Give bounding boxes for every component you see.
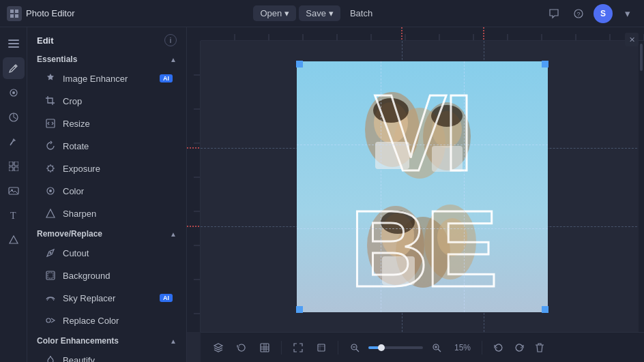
rotate-icon xyxy=(44,139,57,153)
svg-rect-0 xyxy=(10,10,14,13)
scrollbar-thumb[interactable] xyxy=(640,44,643,71)
section-color-enhancements-header[interactable]: Color Enhancements ▲ xyxy=(27,332,186,348)
zoom-out-button[interactable] xyxy=(345,338,364,357)
background-item[interactable]: Background xyxy=(31,265,182,286)
panel-title: Edit xyxy=(37,35,54,46)
sidebar-photo-btn[interactable] xyxy=(3,180,25,202)
canvas-container[interactable]: VI BE VI BE xyxy=(201,41,644,332)
redo-button[interactable] xyxy=(510,338,529,357)
replace-color-icon xyxy=(44,314,57,327)
sidebar-text-btn[interactable]: T xyxy=(3,205,25,226)
sharpen-icon xyxy=(44,207,57,220)
exposure-icon xyxy=(44,162,57,175)
grid-toggle-button[interactable] xyxy=(255,338,274,357)
crop-handle-tr[interactable] xyxy=(542,61,548,67)
crop-handle-bl[interactable] xyxy=(296,306,303,313)
panel-scroll[interactable]: Essentials ▲ Image Enhancer AI Crop xyxy=(27,50,186,362)
toolbar-divider-2 xyxy=(338,341,338,355)
help-button[interactable]: ? xyxy=(569,4,588,23)
svg-point-25 xyxy=(46,318,50,322)
sky-replacer-label: Sky Replacer xyxy=(63,293,154,303)
replace-color-item[interactable]: Replace Color xyxy=(31,310,182,331)
ruler-corner xyxy=(187,27,201,41)
svg-rect-1 xyxy=(15,10,18,13)
sidebar-color-btn[interactable] xyxy=(3,106,25,128)
sidebar-draw-btn[interactable] xyxy=(3,131,25,153)
sidebar-shape-btn[interactable] xyxy=(3,229,25,251)
batch-button[interactable]: Batch xyxy=(343,5,379,21)
save-chevron: ▾ xyxy=(329,8,334,18)
canvas-image[interactable]: VI BE VI BE xyxy=(297,61,548,312)
beautify-icon xyxy=(44,353,57,362)
ruler-vertical xyxy=(187,41,201,332)
exposure-item[interactable]: Exposure xyxy=(31,157,182,179)
sharpen-label: Sharpen xyxy=(63,209,173,219)
rotate-item[interactable]: Rotate xyxy=(31,135,182,157)
comment-button[interactable] xyxy=(544,4,564,23)
section-remove-header[interactable]: Remove/Replace ▲ xyxy=(27,225,186,241)
beautify-item[interactable]: Beautify xyxy=(31,349,182,362)
sky-replacer-item[interactable]: Sky Replacer AI xyxy=(31,287,182,309)
canvas-image-wrapper: VI BE VI BE xyxy=(297,61,548,312)
layers-button[interactable] xyxy=(209,338,228,357)
svg-rect-13 xyxy=(9,167,13,171)
sidebar-edit-btn[interactable] xyxy=(3,57,25,79)
save-label: Save xyxy=(306,8,326,18)
crop-icon xyxy=(44,94,57,108)
background-label: Background xyxy=(63,271,173,281)
sidebar-menu-btn[interactable] xyxy=(3,33,25,55)
svg-rect-6 xyxy=(8,40,19,41)
canvas-close-button[interactable]: ✕ xyxy=(625,33,639,46)
topbar: Photo Editor Open ▾ Save ▾ Batch ? S xyxy=(0,0,644,27)
more-button[interactable]: ▾ xyxy=(618,4,637,23)
resize-item[interactable]: Resize xyxy=(31,112,182,134)
edit-panel: Edit i Essentials ▲ Image Enhancer AI Cr… xyxy=(27,27,187,362)
image-enhancer-item[interactable]: Image Enhancer AI xyxy=(31,67,182,89)
color-item[interactable]: Color xyxy=(31,180,182,202)
section-remove-label: Remove/Replace xyxy=(37,229,102,239)
svg-rect-3 xyxy=(15,14,18,18)
svg-rect-7 xyxy=(8,43,19,44)
rotate-label: Rotate xyxy=(63,141,173,151)
color-label: Color xyxy=(63,186,173,196)
sidebar-preview-btn[interactable] xyxy=(3,82,25,104)
toolbar-divider-1 xyxy=(281,341,282,355)
open-button[interactable]: Open ▾ xyxy=(253,5,296,21)
section-essentials-header[interactable]: Essentials ▲ xyxy=(27,50,186,67)
svg-point-21 xyxy=(49,190,52,192)
remove-chevron-icon: ▲ xyxy=(170,230,177,238)
panel-info-button[interactable]: i xyxy=(164,34,177,46)
beautify-label: Beautify xyxy=(63,355,173,363)
zoom-in-button[interactable] xyxy=(427,338,446,357)
icon-sidebar: T xyxy=(0,27,27,362)
replace-color-label: Replace Color xyxy=(63,316,173,326)
sharpen-item[interactable]: Sharpen xyxy=(31,202,182,224)
svg-rect-12 xyxy=(14,162,18,166)
exposure-label: Exposure xyxy=(63,164,173,174)
canvas-vibe-svg: VI BE VI BE xyxy=(297,61,548,312)
svg-text:BE: BE xyxy=(350,187,495,310)
zoom-thumb[interactable] xyxy=(378,344,385,351)
cutout-item[interactable]: Cutout xyxy=(31,242,182,264)
history-button[interactable] xyxy=(232,338,251,357)
crop-handle-br[interactable] xyxy=(542,306,548,313)
sidebar-grid-btn[interactable] xyxy=(3,155,25,177)
crop-fit-button[interactable] xyxy=(312,338,331,357)
toolbar-divider-3 xyxy=(482,341,482,355)
logo-icon xyxy=(7,6,22,21)
crop-item[interactable]: Crop xyxy=(31,90,182,112)
undo-button[interactable] xyxy=(489,338,508,357)
svg-rect-24 xyxy=(48,273,53,278)
delete-button[interactable] xyxy=(530,338,549,357)
image-enhancer-ai-badge: AI xyxy=(160,74,173,82)
vertical-scrollbar[interactable] xyxy=(639,41,644,332)
crop-handle-tl[interactable] xyxy=(296,61,303,67)
svg-rect-14 xyxy=(14,167,18,171)
topbar-right: ? S ▾ xyxy=(544,4,637,23)
sky-replacer-icon xyxy=(44,291,57,305)
sky-replacer-ai-badge: AI xyxy=(160,294,173,302)
user-avatar[interactable]: S xyxy=(594,4,613,23)
zoom-slider[interactable] xyxy=(368,346,423,349)
save-button[interactable]: Save ▾ xyxy=(299,5,340,21)
fit-button[interactable] xyxy=(289,338,308,357)
